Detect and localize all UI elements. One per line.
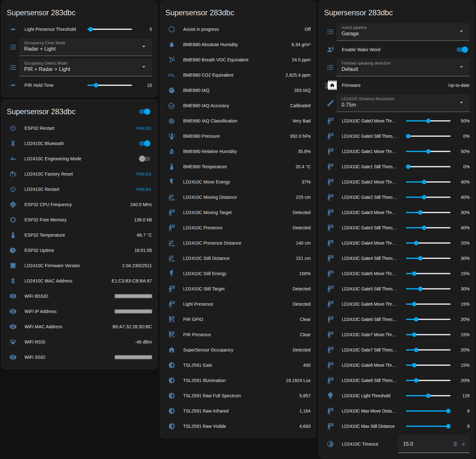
svg-text:2: 2 <box>173 75 175 78</box>
svg-text:32: 32 <box>12 203 15 206</box>
svg-text:CO: CO <box>168 73 174 77</box>
